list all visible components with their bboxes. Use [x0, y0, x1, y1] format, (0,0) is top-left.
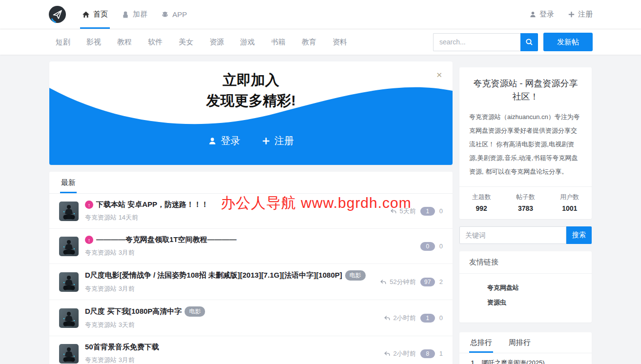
post-meta: 2小时前 1 0: [384, 314, 443, 323]
search-input[interactable]: [433, 33, 520, 51]
new-post-button[interactable]: 发新帖: [543, 33, 593, 51]
site-logo-icon[interactable]: [48, 5, 66, 23]
category-item[interactable]: 美女: [179, 38, 193, 47]
nav-item-group[interactable]: 加群: [115, 0, 154, 29]
avatar[interactable]: [59, 202, 79, 221]
category-item[interactable]: 教程: [117, 38, 132, 47]
post-author[interactable]: 夸克资源站: [85, 356, 117, 364]
post-row[interactable]: ↑ 下载本站 安卓APP，防迷路！！！ 夸克资源站 14天前 5天前 1 0: [49, 194, 453, 229]
reply-icon: [390, 208, 397, 215]
friend-link[interactable]: 资源虫: [487, 295, 582, 310]
post-subline: 夸克资源站 14天前: [85, 213, 390, 222]
page: 首页 加群 APP 登录 注册: [0, 0, 641, 364]
avatar[interactable]: [59, 237, 79, 256]
home-icon: [82, 11, 90, 19]
reply-count-badge: 0: [420, 242, 435, 251]
ranking-tabs: 总排行 周排行: [459, 332, 592, 353]
reply-icon: [380, 279, 387, 285]
stat-label: 用户数: [548, 193, 592, 202]
avatar[interactable]: [59, 344, 79, 364]
post-subline: 夸克资源站 3天前: [85, 321, 384, 329]
post-body: 50首背景音乐免费下载 夸克资源站 3月前: [79, 343, 384, 364]
category-item[interactable]: 软件: [148, 38, 163, 47]
friend-link[interactable]: 夸克网盘站: [487, 281, 582, 295]
post-author[interactable]: 夸克资源站: [85, 285, 117, 292]
post-meta: 0 0: [420, 242, 443, 251]
post-title-text: 下载本站 安卓APP，防迷路！！！: [96, 200, 208, 209]
view-count: 0: [439, 314, 443, 322]
post-title[interactable]: D尺度电影[爱情战争 / 法国姿势108招 未删减版][2013][7.1G][…: [85, 270, 380, 281]
post-row[interactable]: 50首背景音乐免费下载 夸克资源站 3月前 2小时前 8 1: [49, 336, 453, 364]
tab-total-ranking[interactable]: 总排行: [469, 332, 493, 353]
user-icon: [529, 11, 537, 18]
category-item[interactable]: 短剧: [56, 38, 70, 47]
reply-count-badge: 1: [420, 314, 435, 323]
avatar[interactable]: [59, 308, 79, 328]
category-item[interactable]: 书籍: [271, 38, 286, 47]
keyword-search-button[interactable]: 搜索: [566, 226, 592, 244]
ranking-item[interactable]: 1 哪吒之魔童闹海(2025): [468, 354, 583, 364]
post-list-card: 最新 ↑ 下载本站 安卓APP，防迷路！！！ 夸克资源站: [49, 172, 453, 364]
category-item[interactable]: 资源: [209, 38, 224, 47]
login-link[interactable]: 登录: [529, 10, 554, 19]
nav-item-home[interactable]: 首页: [75, 0, 115, 29]
post-row[interactable]: ↑ ————夸克网盘领取1T空间教程———— 夸克资源站 3月前 0 0: [49, 229, 453, 264]
post-author[interactable]: 夸克资源站: [85, 249, 117, 256]
post-row[interactable]: D尺度电影[爱情战争 / 法国姿势108招 未删减版][2013][7.1G][…: [49, 264, 453, 300]
reply-count-badge: 97: [420, 278, 435, 286]
post-body: D尺度电影[爱情战争 / 法国姿势108招 未删减版][2013][7.1G][…: [79, 270, 380, 293]
about-card: 夸克资源站 - 网盘资源分享社区！ 夸克资源站（aizhuancun.cn）专注…: [459, 67, 592, 219]
ranking-card: 总排行 周排行 1 哪吒之魔童闹海(2025) 2 两性床事生活教学 比较精彩 …: [459, 332, 592, 364]
category-item[interactable]: 影视: [86, 38, 101, 47]
top-navbar: 首页 加群 APP 登录 注册: [0, 0, 641, 29]
post-row[interactable]: D尺度 买下我[1080P高清中字 电影 夸克资源站 3天前 2小时前 1 0: [49, 300, 453, 336]
category-item[interactable]: 教育: [302, 38, 316, 47]
post-author[interactable]: 夸克资源站: [85, 214, 117, 221]
banner-close-icon[interactable]: ✕: [436, 71, 442, 79]
tab-latest[interactable]: 最新: [60, 172, 77, 193]
banner-register-link[interactable]: 注册: [262, 134, 294, 147]
category-item[interactable]: 游戏: [240, 38, 255, 47]
post-title[interactable]: 50首背景音乐免费下载: [85, 343, 384, 352]
view-count: 1: [439, 350, 443, 357]
banner-title-line1: 立即加入: [49, 70, 453, 90]
post-title[interactable]: D尺度 买下我[1080P高清中字 电影: [85, 306, 384, 317]
avatar[interactable]: [59, 272, 79, 292]
banner-title-line2: 发现更多精彩!: [49, 90, 453, 111]
friend-links-card: 友情链接 夸克网盘站 资源虫: [459, 251, 592, 323]
category-item[interactable]: 资料: [332, 38, 347, 47]
join-banner: 立即加入 发现更多精彩! 登录 注册 ✕: [49, 61, 453, 165]
nav-item-label: APP: [172, 10, 187, 19]
site-stats: 主题数 992 帖子数 3783 用户数 1001: [459, 186, 592, 219]
banner-login-link[interactable]: 登录: [208, 134, 240, 147]
search-button[interactable]: [520, 33, 538, 51]
keyword-input[interactable]: [459, 226, 566, 244]
search-box: [433, 33, 538, 51]
tab-week-ranking[interactable]: 周排行: [508, 332, 532, 353]
post-author[interactable]: 夸克资源站: [85, 321, 117, 328]
qq-icon: [122, 11, 129, 19]
post-subline: 夸克资源站 3月前: [85, 356, 384, 364]
view-count: 0: [439, 243, 443, 250]
register-link[interactable]: 注册: [568, 10, 593, 19]
reply-time: 2小时前: [393, 314, 416, 323]
post-tag-badge[interactable]: 电影: [185, 306, 205, 317]
auth-links: 登录 注册: [529, 10, 593, 19]
post-meta: 5天前 1 0: [390, 207, 443, 216]
post-title[interactable]: ↑ ————夸克网盘领取1T空间教程————: [85, 235, 420, 244]
last-reply: 2小时前: [384, 349, 416, 358]
post-tag-badge[interactable]: 电影: [345, 270, 366, 281]
nav-item-app[interactable]: APP: [154, 0, 194, 29]
sidebar: 夸克资源站 - 网盘资源分享社区！ 夸克资源站（aizhuancun.cn）专注…: [459, 61, 592, 364]
reply-time: 5天前: [400, 207, 416, 216]
post-title[interactable]: ↑ 下载本站 安卓APP，防迷路！！！: [85, 200, 390, 209]
user-icon: [208, 137, 217, 145]
pinned-icon: ↑: [85, 201, 93, 209]
reply-time: 2小时前: [393, 349, 416, 358]
nav-item-label: 加群: [133, 10, 147, 19]
stat-item: 主题数 992: [459, 193, 503, 212]
post-date: 3月前: [119, 285, 135, 292]
post-meta: 52分钟前 97 2: [380, 278, 443, 286]
stat-value: 992: [459, 204, 503, 212]
view-count: 0: [439, 207, 443, 215]
